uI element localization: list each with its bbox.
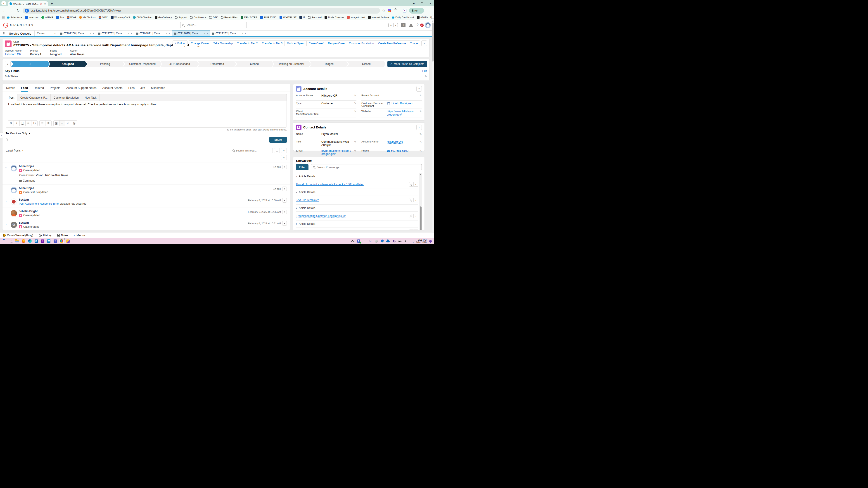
bookmark-item[interactable]: WRIKE: [41, 16, 53, 19]
profile-chip[interactable]: Error ⋮: [409, 8, 424, 13]
firefox-button[interactable]: [21, 239, 26, 244]
chevron-down-icon[interactable]: ∨: [54, 32, 56, 35]
format-button[interactable]: B: [8, 121, 14, 126]
article-menu-button[interactable]: ▼: [414, 182, 418, 187]
post-editor-body[interactable]: I grabbed this case and there is no opti…: [6, 101, 286, 119]
edit-pencil-icon[interactable]: ✎: [420, 94, 422, 99]
path-stage[interactable]: JIRA Responded: [160, 61, 199, 67]
feed-author-link[interactable]: Alina Rojas: [19, 164, 271, 168]
bookmark-item[interactable]: Personal: [308, 16, 321, 19]
path-stage[interactable]: Triaged: [310, 61, 348, 67]
chevron-down-icon[interactable]: ∨: [166, 32, 167, 35]
expand-chevron-icon[interactable]: [6, 223, 9, 228]
bookmark-item[interactable]: VMC: [99, 16, 107, 19]
extension-icon[interactable]: [388, 9, 391, 12]
article-menu-button[interactable]: ▼: [414, 214, 418, 218]
path-stage[interactable]: Customer Responded: [123, 61, 162, 67]
path-stage[interactable]: Transferred: [198, 61, 236, 67]
close-icon[interactable]: ✕: [93, 32, 94, 35]
maximize-button[interactable]: [421, 2, 423, 4]
composer-tab[interactable]: Post: [6, 94, 18, 101]
edit-pencil-icon[interactable]: ✎: [354, 110, 356, 116]
refresh-feed-button-2[interactable]: ↻: [281, 155, 287, 160]
scroll-up-icon[interactable]: [432, 21, 434, 22]
chevron-down-icon[interactable]: ∨: [204, 32, 205, 35]
browser-menu-icon[interactable]: ⋮: [420, 9, 422, 12]
globe-tray-icon[interactable]: [374, 239, 378, 243]
todo-button[interactable]: [46, 239, 51, 244]
more-actions-button[interactable]: ▼: [421, 40, 427, 46]
mark-status-complete-button[interactable]: ✓ Mark Status as Complete: [388, 61, 427, 67]
help-icon[interactable]: ?: [416, 23, 418, 27]
tray-overflow-button[interactable]: [351, 239, 354, 243]
path-collapse-button[interactable]: ∨: [5, 61, 11, 67]
wifi-icon[interactable]: [398, 239, 402, 243]
format-button[interactable]: S: [26, 121, 31, 126]
bookmark-item[interactable]: Node Checker: [324, 16, 344, 19]
expand-chevron-icon[interactable]: [6, 200, 9, 205]
attach-article-button[interactable]: [409, 182, 414, 187]
article-details-toggle[interactable]: › Article Details: [296, 189, 418, 195]
follow-button[interactable]: +Follow: [173, 40, 187, 46]
edit-pencil-icon[interactable]: ✎: [420, 140, 422, 147]
format-button[interactable]: U: [20, 121, 26, 126]
bookmark-item[interactable]: Internet Archive: [368, 16, 389, 19]
bookmark-item[interactable]: WKG: [67, 16, 76, 19]
expand-chevron-icon[interactable]: [6, 188, 9, 194]
notification-bell-icon[interactable]: [429, 240, 432, 242]
composer-tab[interactable]: Customer Escalation: [51, 94, 82, 101]
global-search[interactable]: [180, 22, 247, 28]
extensions-puzzle-icon[interactable]: [394, 9, 397, 12]
feed-item-menu-button[interactable]: ▼: [282, 210, 287, 214]
knowledge-filter-button[interactable]: Filter: [296, 164, 308, 170]
microphone-permission-icon[interactable]: [25, 8, 29, 13]
expand-chevron-icon[interactable]: [6, 166, 9, 182]
edit-pencil-icon[interactable]: ✎: [420, 110, 422, 116]
record-tab[interactable]: Jira: [141, 84, 145, 92]
page-scrollbar[interactable]: [432, 20, 434, 238]
global-search-input[interactable]: [186, 24, 245, 27]
edit-pencil-icon[interactable]: ✎: [420, 132, 422, 138]
bookmark-item[interactable]: Support: [175, 16, 187, 19]
article-title-link[interactable]: Troubleshooting Common Legistar Issues: [296, 214, 346, 218]
article-title-link[interactable]: How do I conduct a site-wide link check …: [296, 183, 364, 186]
microphone-tray-icon[interactable]: [392, 239, 396, 243]
teams-tray-icon[interactable]: T: [356, 239, 361, 243]
path-stage[interactable]: Pending: [86, 61, 124, 67]
windows-security-icon[interactable]: [380, 239, 384, 243]
path-stage[interactable]: Closed: [347, 61, 385, 67]
scrollbar-thumb[interactable]: [420, 207, 422, 231]
close-icon[interactable]: ✕: [207, 32, 208, 35]
bookmarks-overflow-icon[interactable]: »: [430, 15, 431, 19]
article-menu-button[interactable]: ▼: [414, 198, 418, 203]
feed-item-menu-button[interactable]: ▼: [282, 221, 287, 226]
email-link[interactable]: bryan.molitor@hillsboro-oregon.gov: [321, 149, 352, 156]
case-action-button[interactable]: Change Owner: [189, 40, 212, 46]
omni-channel-button[interactable]: Omni-Channel (Busy): [3, 234, 33, 237]
bookmark-item[interactable]: Excels Files: [221, 16, 238, 19]
composer-tab[interactable]: New Task: [82, 94, 100, 101]
article-menu-button[interactable]: ▼: [414, 230, 418, 231]
article-details-toggle[interactable]: › Article Details: [296, 220, 418, 227]
format-button[interactable]: Tx: [31, 121, 37, 126]
collapse-posts-button[interactable]: ⌶: [274, 148, 280, 153]
favorites-button[interactable]: ★ ▾: [388, 23, 398, 27]
favorites-caret-icon[interactable]: ▾: [394, 23, 398, 27]
case-tab[interactable]: 07223262 | Case ∨ ✕: [210, 31, 248, 36]
edge-button[interactable]: [27, 239, 32, 244]
case-action-button[interactable]: Close Case*: [307, 40, 326, 46]
edit-pencil-icon[interactable]: ✎: [354, 94, 356, 99]
feed-item-menu-button[interactable]: ▼: [282, 198, 287, 203]
sticky-notes-button[interactable]: [65, 239, 70, 244]
history-button[interactable]: History: [39, 234, 51, 237]
path-stage[interactable]: Cloned: [235, 61, 274, 67]
refresh-feed-button[interactable]: ↻: [281, 148, 287, 153]
scrollbar-thumb[interactable]: [432, 23, 434, 62]
feed-author-link[interactable]: System: [19, 198, 246, 201]
teams-button[interactable]: T: [53, 239, 58, 244]
app-c-tray-icon[interactable]: C: [368, 239, 372, 243]
collapse-panel-button[interactable]: ▼: [416, 86, 422, 92]
chevron-down-icon[interactable]: ∨: [128, 32, 129, 35]
feed-author-link[interactable]: Jebalin Bright: [19, 210, 246, 213]
article-details-toggle[interactable]: › Article Details: [296, 173, 418, 180]
